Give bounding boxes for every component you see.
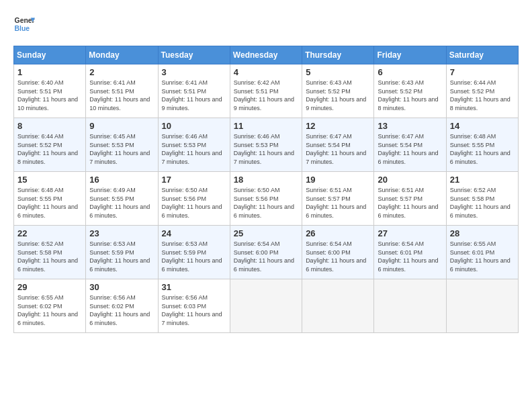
- calendar-cell: 20Sunrise: 6:51 AMSunset: 5:57 PMDayligh…: [374, 172, 446, 226]
- calendar-cell: 26Sunrise: 6:54 AMSunset: 6:00 PMDayligh…: [302, 226, 374, 279]
- calendar-cell: [374, 279, 446, 333]
- calendar-cell: [230, 279, 302, 333]
- day-number: 27: [378, 228, 442, 238]
- calendar-cell: 30Sunrise: 6:56 AMSunset: 6:02 PMDayligh…: [86, 279, 158, 333]
- header-thursday: Thursday: [302, 46, 374, 64]
- day-number: 21: [450, 175, 515, 185]
- header-tuesday: Tuesday: [158, 46, 230, 64]
- calendar-cell: 11Sunrise: 6:46 AMSunset: 5:53 PMDayligh…: [230, 118, 302, 172]
- calendar-cell: 13Sunrise: 6:47 AMSunset: 5:54 PMDayligh…: [374, 118, 446, 172]
- day-info: Sunrise: 6:55 AMSunset: 6:01 PMDaylight:…: [450, 240, 515, 273]
- day-number: 8: [17, 121, 82, 131]
- calendar-cell: [302, 279, 374, 333]
- day-number: 3: [162, 67, 226, 77]
- day-number: 15: [17, 175, 82, 185]
- calendar-cell: 21Sunrise: 6:52 AMSunset: 5:58 PMDayligh…: [446, 172, 518, 226]
- calendar-cell: 15Sunrise: 6:48 AMSunset: 5:55 PMDayligh…: [14, 172, 86, 226]
- day-number: 25: [234, 228, 298, 238]
- day-number: 19: [306, 175, 370, 185]
- day-info: Sunrise: 6:41 AMSunset: 5:51 PMDaylight:…: [89, 79, 154, 112]
- day-info: Sunrise: 6:44 AMSunset: 5:52 PMDaylight:…: [17, 132, 82, 166]
- header-saturday: Saturday: [446, 46, 518, 64]
- calendar-cell: 24Sunrise: 6:53 AMSunset: 5:59 PMDayligh…: [158, 226, 230, 279]
- day-info: Sunrise: 6:53 AMSunset: 5:59 PMDaylight:…: [89, 240, 154, 273]
- day-number: 12: [306, 121, 370, 131]
- day-number: 16: [89, 175, 154, 185]
- day-info: Sunrise: 6:50 AMSunset: 5:56 PMDaylight:…: [234, 186, 298, 220]
- day-info: Sunrise: 6:54 AMSunset: 6:01 PMDaylight:…: [378, 240, 442, 273]
- calendar-cell: 31Sunrise: 6:56 AMSunset: 6:03 PMDayligh…: [158, 279, 230, 333]
- day-info: Sunrise: 6:43 AMSunset: 5:52 PMDaylight:…: [306, 79, 370, 112]
- day-number: 11: [234, 121, 298, 131]
- day-info: Sunrise: 6:56 AMSunset: 6:02 PMDaylight:…: [89, 293, 154, 327]
- day-number: 31: [162, 282, 226, 292]
- logo-icon: General Blue: [13, 13, 35, 35]
- day-number: 5: [306, 67, 370, 77]
- day-info: Sunrise: 6:43 AMSunset: 5:52 PMDaylight:…: [378, 79, 442, 112]
- calendar-cell: 14Sunrise: 6:48 AMSunset: 5:55 PMDayligh…: [446, 118, 518, 172]
- day-info: Sunrise: 6:49 AMSunset: 5:55 PMDaylight:…: [89, 186, 154, 220]
- calendar-cell: 7Sunrise: 6:44 AMSunset: 5:52 PMDaylight…: [446, 64, 518, 118]
- day-info: Sunrise: 6:42 AMSunset: 5:51 PMDaylight:…: [234, 79, 298, 112]
- calendar-cell: 3Sunrise: 6:41 AMSunset: 5:51 PMDaylight…: [158, 64, 230, 118]
- day-number: 10: [162, 121, 226, 131]
- day-info: Sunrise: 6:56 AMSunset: 6:03 PMDaylight:…: [162, 293, 226, 327]
- day-info: Sunrise: 6:41 AMSunset: 5:51 PMDaylight:…: [162, 79, 226, 112]
- calendar-cell: 22Sunrise: 6:52 AMSunset: 5:58 PMDayligh…: [14, 226, 86, 279]
- day-number: 29: [17, 282, 82, 292]
- day-number: 14: [450, 121, 515, 131]
- calendar-cell: 2Sunrise: 6:41 AMSunset: 5:51 PMDaylight…: [86, 64, 158, 118]
- header-sunday: Sunday: [14, 46, 86, 64]
- day-info: Sunrise: 6:46 AMSunset: 5:53 PMDaylight:…: [234, 132, 298, 166]
- day-number: 1: [17, 67, 82, 77]
- calendar-cell: 8Sunrise: 6:44 AMSunset: 5:52 PMDaylight…: [14, 118, 86, 172]
- calendar-cell: [446, 279, 518, 333]
- day-number: 30: [89, 282, 154, 292]
- calendar-cell: 17Sunrise: 6:50 AMSunset: 5:56 PMDayligh…: [158, 172, 230, 226]
- day-info: Sunrise: 6:40 AMSunset: 5:51 PMDaylight:…: [17, 79, 82, 112]
- day-number: 17: [162, 175, 226, 185]
- calendar-cell: 4Sunrise: 6:42 AMSunset: 5:51 PMDaylight…: [230, 64, 302, 118]
- day-number: 23: [89, 228, 154, 238]
- day-number: 13: [378, 121, 442, 131]
- day-number: 20: [378, 175, 442, 185]
- calendar-table: Sunday Monday Tuesday Wednesday Thursday…: [13, 46, 519, 333]
- calendar-cell: 10Sunrise: 6:46 AMSunset: 5:53 PMDayligh…: [158, 118, 230, 172]
- calendar-cell: 19Sunrise: 6:51 AMSunset: 5:57 PMDayligh…: [302, 172, 374, 226]
- day-number: 24: [162, 228, 226, 238]
- day-number: 6: [378, 67, 442, 77]
- day-info: Sunrise: 6:48 AMSunset: 5:55 PMDaylight:…: [450, 132, 515, 166]
- day-number: 7: [450, 67, 515, 77]
- day-number: 18: [234, 175, 298, 185]
- day-number: 22: [17, 228, 82, 238]
- day-info: Sunrise: 6:52 AMSunset: 5:58 PMDaylight:…: [17, 240, 82, 273]
- calendar-cell: 28Sunrise: 6:55 AMSunset: 6:01 PMDayligh…: [446, 226, 518, 279]
- calendar-week-row: 29Sunrise: 6:55 AMSunset: 6:02 PMDayligh…: [14, 279, 519, 333]
- logo: General Blue: [13, 13, 35, 35]
- calendar-cell: 5Sunrise: 6:43 AMSunset: 5:52 PMDaylight…: [302, 64, 374, 118]
- day-info: Sunrise: 6:53 AMSunset: 5:59 PMDaylight:…: [162, 240, 226, 273]
- calendar-cell: 9Sunrise: 6:45 AMSunset: 5:53 PMDaylight…: [86, 118, 158, 172]
- day-info: Sunrise: 6:50 AMSunset: 5:56 PMDaylight:…: [162, 186, 226, 220]
- day-info: Sunrise: 6:45 AMSunset: 5:53 PMDaylight:…: [89, 132, 154, 166]
- calendar-cell: 1Sunrise: 6:40 AMSunset: 5:51 PMDaylight…: [14, 64, 86, 118]
- day-info: Sunrise: 6:47 AMSunset: 5:54 PMDaylight:…: [306, 132, 370, 166]
- calendar-cell: 6Sunrise: 6:43 AMSunset: 5:52 PMDaylight…: [374, 64, 446, 118]
- calendar-week-row: 22Sunrise: 6:52 AMSunset: 5:58 PMDayligh…: [14, 226, 519, 279]
- day-number: 2: [89, 67, 154, 77]
- svg-text:Blue: Blue: [15, 25, 30, 32]
- calendar-week-row: 15Sunrise: 6:48 AMSunset: 5:55 PMDayligh…: [14, 172, 519, 226]
- day-info: Sunrise: 6:51 AMSunset: 5:57 PMDaylight:…: [306, 186, 370, 220]
- page-header: General Blue: [13, 13, 519, 35]
- calendar-cell: 27Sunrise: 6:54 AMSunset: 6:01 PMDayligh…: [374, 226, 446, 279]
- calendar-cell: 18Sunrise: 6:50 AMSunset: 5:56 PMDayligh…: [230, 172, 302, 226]
- day-info: Sunrise: 6:54 AMSunset: 6:00 PMDaylight:…: [306, 240, 370, 273]
- calendar-week-row: 8Sunrise: 6:44 AMSunset: 5:52 PMDaylight…: [14, 118, 519, 172]
- day-number: 28: [450, 228, 515, 238]
- calendar-cell: 23Sunrise: 6:53 AMSunset: 5:59 PMDayligh…: [86, 226, 158, 279]
- calendar-cell: 12Sunrise: 6:47 AMSunset: 5:54 PMDayligh…: [302, 118, 374, 172]
- day-info: Sunrise: 6:52 AMSunset: 5:58 PMDaylight:…: [450, 186, 515, 220]
- day-number: 4: [234, 67, 298, 77]
- day-info: Sunrise: 6:51 AMSunset: 5:57 PMDaylight:…: [378, 186, 442, 220]
- day-info: Sunrise: 6:46 AMSunset: 5:53 PMDaylight:…: [162, 132, 226, 166]
